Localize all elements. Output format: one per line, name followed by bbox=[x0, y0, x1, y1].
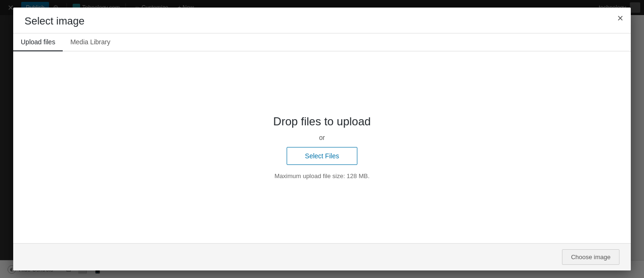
modal-footer: Choose image bbox=[13, 243, 631, 270]
modal-tabs: Upload files Media Library bbox=[13, 33, 631, 51]
tab-media-library[interactable]: Media Library bbox=[63, 33, 118, 51]
modal-close-button[interactable]: × bbox=[615, 13, 625, 24]
or-text: or bbox=[319, 134, 325, 141]
select-files-button[interactable]: Select Files bbox=[287, 147, 357, 165]
modal-body: Drop files to upload or Select Files Max… bbox=[13, 51, 631, 243]
upload-area: Drop files to upload or Select Files Max… bbox=[13, 51, 631, 243]
select-image-modal: Select image × Upload files Media Librar… bbox=[13, 8, 631, 270]
modal-overlay: Select image × Upload files Media Librar… bbox=[0, 0, 644, 278]
choose-image-button[interactable]: Choose image bbox=[562, 249, 619, 265]
modal-header: Select image × bbox=[13, 8, 631, 33]
max-size-text: Maximum upload file size: 128 MB. bbox=[274, 172, 370, 180]
drop-files-text: Drop files to upload bbox=[273, 115, 371, 128]
modal-title: Select image bbox=[25, 15, 84, 33]
tab-upload-files[interactable]: Upload files bbox=[13, 33, 63, 51]
